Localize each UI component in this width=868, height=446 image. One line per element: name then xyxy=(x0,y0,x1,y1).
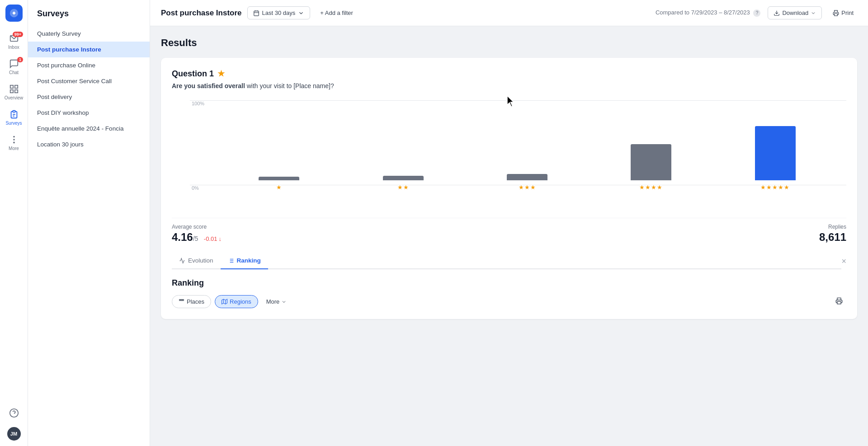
tab-ranking[interactable]: Ranking xyxy=(221,253,268,269)
ranking-tab-regions-label: Regions xyxy=(230,298,251,305)
ranking-title: Ranking xyxy=(172,278,846,288)
bar-1star-fill xyxy=(259,177,299,180)
compare-text: Compared to 7/29/2023 – 8/27/2023 ? xyxy=(656,9,761,17)
svg-rect-19 xyxy=(835,14,838,16)
add-filter-button[interactable]: + Add a filter xyxy=(316,7,358,19)
bar-3star: ★★★ xyxy=(465,174,589,191)
svg-rect-5 xyxy=(14,90,17,93)
score-value: 4.16 xyxy=(172,231,193,243)
svg-marker-29 xyxy=(222,299,227,304)
bar-4star: ★★★★ xyxy=(589,144,713,191)
help-icon-item[interactable] xyxy=(0,404,28,422)
ranking-more-button[interactable]: More xyxy=(262,296,292,308)
close-tab-button[interactable]: × xyxy=(841,257,846,265)
question-star-icon: ★ xyxy=(217,69,225,79)
question-card: Question 1 ★ Are you satisfied overall w… xyxy=(161,58,857,319)
icon-bar: 99+ Inbox 1 Chat Overview Surveys More J… xyxy=(0,0,28,446)
content-area: Results Question 1 ★ Are you satisfied o… xyxy=(150,26,868,446)
svg-rect-27 xyxy=(181,300,182,301)
sidebar-item-post-customer-service[interactable]: Post Customer Service Call xyxy=(28,73,150,89)
bar-2star-fill xyxy=(383,176,424,180)
bar-5star-fill xyxy=(755,126,796,180)
stars-2: ★★ xyxy=(397,184,409,191)
svg-point-10 xyxy=(14,139,14,140)
replies-label: Replies xyxy=(819,224,846,230)
svg-rect-32 xyxy=(837,301,841,304)
average-score-label: Average score xyxy=(172,224,222,230)
bar-5star: ★★★★★ xyxy=(713,126,837,191)
ranking-tab-regions[interactable]: Regions xyxy=(215,295,258,308)
replies-right: Replies 8,611 xyxy=(819,224,846,244)
tabs-row: Evolution Ranking xyxy=(172,253,841,269)
svg-rect-3 xyxy=(14,85,17,88)
stars-1: ★ xyxy=(276,184,282,191)
y-label-0: 0% xyxy=(190,185,199,191)
sidebar: Surveys Quaterly Survey Post purchase In… xyxy=(28,0,150,446)
print-label: Print xyxy=(841,9,854,16)
sidebar-item-post-delivery[interactable]: Post delivery xyxy=(28,89,150,105)
sidebar-item-quaterly[interactable]: Quaterly Survey xyxy=(28,26,150,42)
ranking-print-button[interactable] xyxy=(832,296,846,308)
ranking-section: Ranking Places Regions More xyxy=(172,278,846,308)
question-rest-text: with your visit to [Place name]? xyxy=(247,82,334,89)
overview-label: Overview xyxy=(5,95,24,100)
svg-rect-14 xyxy=(254,11,259,15)
sidebar-item-inbox[interactable]: 99+ Inbox xyxy=(0,30,28,53)
y-label-100: 100% xyxy=(190,101,204,106)
results-title: Results xyxy=(161,37,857,49)
sidebar-item-post-instore[interactable]: Post purchase Instore xyxy=(28,42,150,57)
sidebar-item-more[interactable]: More xyxy=(0,131,28,155)
question-bold-text: Are you satisfied overall xyxy=(172,82,245,89)
user-avatar[interactable]: JM xyxy=(7,427,21,441)
svg-point-9 xyxy=(14,136,14,137)
stars-5: ★★★★★ xyxy=(760,184,790,191)
svg-rect-26 xyxy=(179,300,181,301)
sidebar-item-post-diy[interactable]: Post DIY workshop xyxy=(28,105,150,121)
main-content: Post purchase Instore Last 30 days + Add… xyxy=(150,0,868,446)
tab-evolution-label: Evolution xyxy=(188,257,213,264)
download-label: Download xyxy=(782,9,808,16)
sidebar-item-surveys[interactable]: Surveys xyxy=(0,106,28,129)
page-title: Post purchase Instore xyxy=(161,9,242,18)
bar-2star: ★★ xyxy=(341,176,465,191)
sidebar-title: Surveys xyxy=(28,9,150,26)
sidebar-item-chat[interactable]: 1 Chat xyxy=(0,55,28,79)
inbox-badge: 99+ xyxy=(13,32,23,37)
date-filter-label: Last 30 days xyxy=(262,9,296,16)
score-delta: -0.01 ↓ xyxy=(204,235,222,242)
sidebar-item-location[interactable]: Location 30 jours xyxy=(28,136,150,152)
svg-point-11 xyxy=(14,142,14,143)
bar-3star-fill xyxy=(507,174,547,180)
app-logo[interactable] xyxy=(5,5,23,22)
inbox-label: Inbox xyxy=(8,45,19,50)
date-filter-button[interactable]: Last 30 days xyxy=(247,6,311,19)
topbar-right: Compared to 7/29/2023 – 8/27/2023 ? Down… xyxy=(656,6,857,19)
score-denom: /5 xyxy=(193,235,198,242)
score-row: Average score 4.16/5 -0.01 ↓ Replies 8,6… xyxy=(172,218,846,244)
question-header: Question 1 ★ xyxy=(172,69,846,79)
question-text: Are you satisfied overall with your visi… xyxy=(172,82,846,89)
chart-area: 100% 0% ★ ★★ xyxy=(172,100,846,209)
svg-rect-6 xyxy=(13,111,15,113)
replies-count: 8,611 xyxy=(819,231,846,244)
compare-help-icon[interactable]: ? xyxy=(753,9,760,17)
sidebar-item-post-online[interactable]: Post purchase Online xyxy=(28,57,150,73)
download-button[interactable]: Download xyxy=(768,6,822,19)
topbar: Post purchase Instore Last 30 days + Add… xyxy=(150,0,868,26)
topbar-left: Post purchase Instore Last 30 days + Add… xyxy=(161,6,358,19)
svg-rect-28 xyxy=(183,300,184,301)
bar-1star: ★ xyxy=(217,177,341,191)
sidebar-item-overview[interactable]: Overview xyxy=(0,80,28,104)
more-label: More xyxy=(9,146,19,151)
tab-evolution[interactable]: Evolution xyxy=(172,253,221,269)
chat-label: Chat xyxy=(9,70,19,75)
sidebar-item-enquete[interactable]: Enquête annuelle 2024 - Foncia xyxy=(28,121,150,136)
print-button[interactable]: Print xyxy=(829,7,857,19)
score-left: Average score 4.16/5 -0.01 ↓ xyxy=(172,224,222,244)
tab-ranking-label: Ranking xyxy=(237,257,261,264)
ranking-more-label: More xyxy=(266,298,280,305)
add-filter-label: + Add a filter xyxy=(320,9,353,16)
ranking-tab-places-label: Places xyxy=(187,298,204,305)
tabs-wrapper: Evolution Ranking × xyxy=(172,253,846,269)
ranking-tab-places[interactable]: Places xyxy=(172,295,211,308)
